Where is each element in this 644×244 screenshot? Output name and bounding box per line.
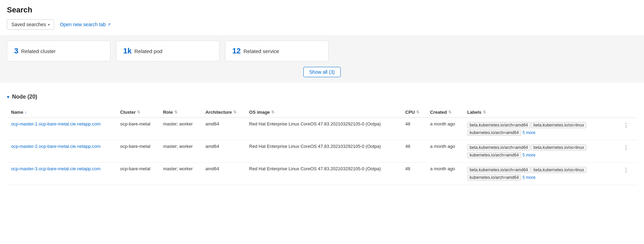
section-header[interactable]: ▾ Node (20): [7, 94, 637, 100]
cell-name: ocp-master-1.ocp-bare-metal.cie.netapp.c…: [7, 118, 116, 140]
cell-cluster: ocp-bare-metal: [116, 118, 159, 140]
cell-os-image: Red Hat Enterprise Linux CoreOS 47.83.20…: [245, 118, 401, 140]
row-menu-button[interactable]: ⋮: [621, 144, 631, 152]
saved-searches-button[interactable]: Saved searches ▾: [7, 19, 54, 30]
cell-created: a month ago: [426, 163, 463, 185]
summary-count: 3: [14, 47, 18, 55]
cell-actions: ⋮: [617, 118, 637, 140]
toolbar: Saved searches ▾ Open new search tab ↗: [7, 19, 637, 30]
cell-actions: ⋮: [617, 163, 637, 185]
col-label: Labels: [467, 110, 481, 115]
summary-card-0[interactable]: 3 Related cluster: [7, 41, 110, 61]
cell-labels: beta.kubernetes.io/arch=amd64beta.kubern…: [463, 118, 617, 140]
col-header-name[interactable]: Name↑: [7, 107, 116, 118]
more-labels-link[interactable]: 5 more: [523, 175, 535, 180]
page-title: Search: [7, 6, 637, 14]
show-all-container: Show all (3): [7, 67, 637, 77]
table-row: ocp-master-2.ocp-bare-metal.cie.netapp.c…: [7, 140, 637, 163]
cell-cpu: 48: [401, 163, 426, 185]
more-labels-link[interactable]: 5 more: [523, 153, 535, 157]
cell-architecture: amd64: [201, 140, 245, 163]
cell-labels: beta.kubernetes.io/arch=amd64beta.kubern…: [463, 163, 617, 185]
cell-architecture: amd64: [201, 118, 245, 140]
cell-created: a month ago: [426, 140, 463, 163]
cell-role: master; worker: [159, 118, 201, 140]
sort-both-icon: ⇅: [448, 110, 451, 114]
summary-label: Related service: [243, 48, 279, 54]
col-header-created[interactable]: Created⇅: [426, 107, 463, 118]
node-name-link[interactable]: ocp-master-3.ocp-bare-metal.cie.netapp.c…: [11, 166, 100, 171]
sort-both-icon: ⇅: [137, 110, 140, 114]
open-tab-label: Open new search tab: [60, 22, 106, 27]
col-label: Created: [430, 110, 447, 115]
sort-both-icon: ⇅: [233, 110, 236, 114]
col-header-os_image[interactable]: OS image⇅: [245, 107, 401, 118]
summary-label: Related cluster: [21, 48, 56, 54]
table-row: ocp-master-1.ocp-bare-metal.cie.netapp.c…: [7, 118, 637, 140]
col-label: Role: [163, 110, 173, 115]
summary-label: Related pod: [134, 48, 162, 54]
summary-count: 1k: [123, 47, 131, 55]
col-header-actions: [617, 107, 637, 118]
label-tag: kubernetes.io/arch=amd64: [467, 130, 521, 136]
node-name-link[interactable]: ocp-master-1.ocp-bare-metal.cie.netapp.c…: [11, 121, 100, 126]
summary-card-2[interactable]: 12 Related service: [225, 41, 329, 61]
cell-cpu: 48: [401, 140, 426, 163]
label-tag: beta.kubernetes.io/arch=amd64: [467, 144, 530, 151]
summary-cards: 3 Related cluster 1k Related pod 12 Rela…: [7, 41, 637, 61]
cell-architecture: amd64: [201, 163, 245, 185]
open-new-tab-link[interactable]: Open new search tab ↗: [60, 22, 110, 27]
label-tag: beta.kubernetes.io/os=linux: [531, 167, 586, 173]
chevron-down-icon: ▾: [48, 23, 50, 27]
cell-name: ocp-master-3.ocp-bare-metal.cie.netapp.c…: [7, 163, 116, 185]
cell-cluster: ocp-bare-metal: [116, 140, 159, 163]
node-name-link[interactable]: ocp-master-2.ocp-bare-metal.cie.netapp.c…: [11, 144, 100, 149]
col-label: CPU: [405, 110, 414, 115]
summary-section: 3 Related cluster 1k Related pod 12 Rela…: [0, 35, 644, 83]
collapse-icon: ▾: [7, 94, 9, 100]
row-menu-button[interactable]: ⋮: [621, 121, 631, 129]
results-table: Name↑Cluster⇅Role⇅Architecture⇅OS image⇅…: [7, 107, 637, 185]
show-all-button[interactable]: Show all (3): [303, 67, 341, 77]
label-tag: beta.kubernetes.io/arch=amd64: [467, 122, 530, 128]
sort-both-icon: ⇅: [416, 110, 419, 114]
col-label: Architecture: [205, 110, 232, 115]
page-container: Search Saved searches ▾ Open new search …: [0, 0, 644, 196]
cell-labels: beta.kubernetes.io/arch=amd64beta.kubern…: [463, 140, 617, 163]
cell-actions: ⋮: [617, 140, 637, 163]
cell-cpu: 48: [401, 118, 426, 140]
external-link-icon: ↗: [107, 22, 111, 27]
cell-created: a month ago: [426, 118, 463, 140]
sort-both-icon: ⇅: [483, 110, 486, 114]
label-tag: beta.kubernetes.io/os=linux: [531, 122, 586, 128]
col-header-architecture[interactable]: Architecture⇅: [201, 107, 245, 118]
results-section: ▾ Node (20) Name↑Cluster⇅Role⇅Architectu…: [7, 88, 637, 191]
more-labels-link[interactable]: 5 more: [523, 130, 535, 135]
row-menu-button[interactable]: ⋮: [621, 166, 631, 174]
col-header-cluster[interactable]: Cluster⇅: [116, 107, 159, 118]
label-tag: beta.kubernetes.io/os=linux: [531, 144, 586, 151]
summary-card-1[interactable]: 1k Related pod: [116, 41, 219, 61]
label-tag: beta.kubernetes.io/arch=amd64: [467, 167, 530, 173]
col-label: OS image: [249, 110, 270, 115]
cell-os-image: Red Hat Enterprise Linux CoreOS 47.83.20…: [245, 140, 401, 163]
cell-name: ocp-master-2.ocp-bare-metal.cie.netapp.c…: [7, 140, 116, 163]
col-header-labels[interactable]: Labels⇅: [463, 107, 617, 118]
sort-asc-icon: ↑: [25, 110, 27, 114]
col-header-role[interactable]: Role⇅: [159, 107, 201, 118]
sort-both-icon: ⇅: [271, 110, 274, 114]
label-tag: kubernetes.io/arch=amd64: [467, 174, 521, 181]
col-header-cpu[interactable]: CPU⇅: [401, 107, 426, 118]
saved-searches-label: Saved searches: [11, 22, 46, 27]
section-title: Node (20): [12, 94, 37, 100]
col-label: Cluster: [120, 110, 136, 115]
table-row: ocp-master-3.ocp-bare-metal.cie.netapp.c…: [7, 163, 637, 185]
summary-count: 12: [232, 47, 241, 55]
cell-cluster: ocp-bare-metal: [116, 163, 159, 185]
cell-os-image: Red Hat Enterprise Linux CoreOS 47.83.20…: [245, 163, 401, 185]
col-label: Name: [11, 110, 23, 115]
cell-role: master; worker: [159, 140, 201, 163]
label-tag: kubernetes.io/arch=amd64: [467, 152, 521, 158]
sort-both-icon: ⇅: [174, 110, 177, 114]
cell-role: master; worker: [159, 163, 201, 185]
